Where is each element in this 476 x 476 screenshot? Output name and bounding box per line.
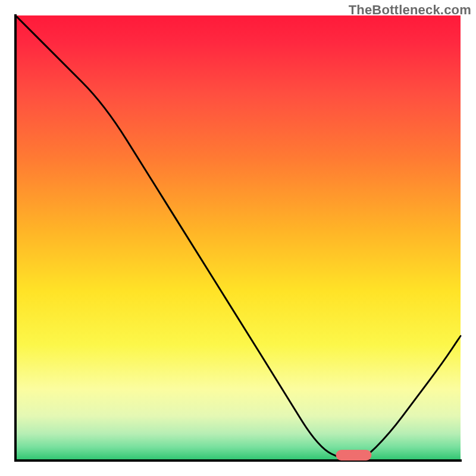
- chart-svg: [0, 0, 476, 476]
- ideal-range-marker: [336, 450, 372, 461]
- bottleneck-chart: TheBottleneck.com: [0, 0, 476, 476]
- watermark-text: TheBottleneck.com: [349, 2, 471, 18]
